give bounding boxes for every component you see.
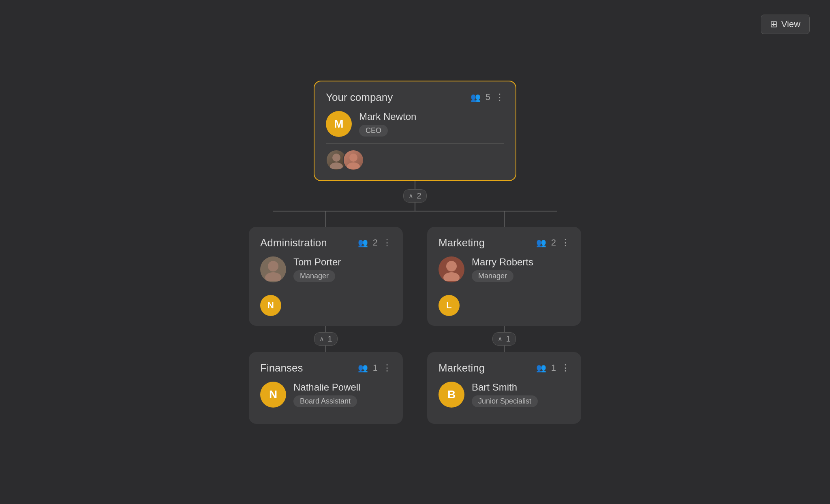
bart-avatar-letter: B <box>447 388 456 401</box>
nathalie-info: Nathalie Powell Board Assistant <box>293 382 360 407</box>
marketing-menu-icon[interactable]: ⋮ <box>561 237 570 248</box>
level1-row: Administration 👥 2 ⋮ Tom Porter <box>249 211 581 326</box>
people-icon: 👥 <box>471 92 481 102</box>
marketing-collapse-btn[interactable]: ∧ 1 <box>492 332 516 346</box>
finanses-title: Finanses <box>260 362 303 374</box>
root-person-info: Mark Newton CEO <box>359 111 416 137</box>
admin-header: Administration 👥 2 ⋮ <box>260 237 391 249</box>
marketing-top-line <box>504 211 505 227</box>
root-collapse-count: 2 <box>417 191 421 201</box>
marketing2-menu-icon[interactable]: ⋮ <box>561 363 570 373</box>
root-avatar-letter: M <box>334 117 343 130</box>
root-meta: 👥 5 ⋮ <box>471 92 504 103</box>
tom-info: Tom Porter Manager <box>293 256 341 282</box>
marketing-collapse-vert-top <box>504 326 505 332</box>
tom-role: Manager <box>293 270 335 282</box>
marketing-divider <box>439 289 570 289</box>
view-label: View <box>781 19 800 30</box>
bart-name: Bart Smith <box>472 382 538 393</box>
marketing2-meta: 👥 1 ⋮ <box>536 363 570 373</box>
marketing-header: Marketing 👥 2 ⋮ <box>439 237 570 249</box>
admin-person-row: Tom Porter Manager <box>260 256 391 282</box>
root-person-role: CEO <box>359 125 388 137</box>
marketing2-count: 1 <box>551 363 556 373</box>
root-person-row: M Mark Newton CEO <box>326 111 504 137</box>
svg-point-2 <box>349 154 357 162</box>
root-divider <box>326 143 504 144</box>
org-chart: Your company 👥 5 ⋮ M Mark Newton CEO <box>249 81 581 424</box>
finanses-menu-icon[interactable]: ⋮ <box>383 363 391 373</box>
marketing-title: Marketing <box>439 237 485 249</box>
marry-info: Marry Roberts Manager <box>472 256 533 282</box>
view-icon: ⊞ <box>770 19 777 30</box>
root-avatar: M <box>326 111 352 137</box>
nathalie-role: Board Assistant <box>293 395 357 407</box>
level1-h-line <box>273 211 557 211</box>
admin-sub-avatar-n: N <box>260 295 281 316</box>
marketing-count: 2 <box>551 237 556 248</box>
admin-menu-icon[interactable]: ⋮ <box>383 237 391 248</box>
root-chevron-icon: ∧ <box>409 192 413 200</box>
level2-row: Finanses 👥 1 ⋮ N Nathalie Powell Board A… <box>249 352 581 424</box>
marketing-card: Marketing 👥 2 ⋮ Marry Roberts <box>427 227 581 326</box>
svg-point-0 <box>332 154 340 162</box>
finanses-header: Finanses 👥 1 ⋮ <box>260 362 391 374</box>
tom-name: Tom Porter <box>293 256 341 268</box>
marketing-chevron-icon: ∧ <box>498 335 503 343</box>
admin-collapse-vert-bottom <box>325 346 326 352</box>
administration-col: Administration 👥 2 ⋮ Tom Porter <box>249 211 403 326</box>
bart-info: Bart Smith Junior Specialist <box>472 382 538 407</box>
marry-name: Marry Roberts <box>472 256 533 268</box>
admin-collapse-connector: ∧ 1 <box>249 326 403 352</box>
root-sub-avatars <box>326 149 504 171</box>
tom-avatar <box>260 256 286 282</box>
sub-avatar-2 <box>343 149 364 171</box>
svg-point-3 <box>347 162 360 169</box>
svg-point-1 <box>330 162 343 169</box>
marketing-person-row: Marry Roberts Manager <box>439 256 570 282</box>
admin-chevron-icon: ∧ <box>319 335 324 343</box>
root-card-header: Your company 👥 5 ⋮ <box>326 91 504 104</box>
admin-collapse-count: 1 <box>327 334 332 344</box>
svg-point-4 <box>268 261 278 271</box>
admin-top-line <box>325 211 326 227</box>
view-button[interactable]: ⊞ View <box>761 15 810 34</box>
admin-collapse-vert-top <box>325 326 326 332</box>
marketing-collapse-count: 1 <box>506 334 510 344</box>
root-person-name: Mark Newton <box>359 111 416 122</box>
nathalie-avatar: N <box>260 382 286 408</box>
bart-avatar: B <box>439 382 464 408</box>
marketing-col: Marketing 👥 2 ⋮ Marry Roberts <box>427 211 581 326</box>
root-vert-line-top <box>415 181 415 189</box>
nathalie-avatar-letter: N <box>269 388 277 401</box>
finanses-count: 1 <box>373 363 378 373</box>
root-card: Your company 👥 5 ⋮ M Mark Newton CEO <box>314 81 516 181</box>
admin-meta: 👥 2 ⋮ <box>358 237 391 248</box>
svg-point-6 <box>446 261 457 271</box>
admin-divider <box>260 289 391 289</box>
level1-branch: Administration 👥 2 ⋮ Tom Porter <box>249 211 581 326</box>
marketing2-header: Marketing 👥 1 ⋮ <box>439 362 570 374</box>
admin-collapse-btn[interactable]: ∧ 1 <box>314 332 337 346</box>
marketing2-title: Marketing <box>439 362 485 374</box>
root-menu-icon[interactable]: ⋮ <box>495 92 504 103</box>
marketing2-people-icon: 👥 <box>536 363 546 373</box>
bart-role: Junior Specialist <box>472 395 538 407</box>
root-vert-line-bottom <box>415 203 415 211</box>
administration-card: Administration 👥 2 ⋮ Tom Porter <box>249 227 403 326</box>
root-collapse-btn[interactable]: ∧ 2 <box>403 189 426 203</box>
admin-people-icon: 👥 <box>358 238 368 248</box>
svg-point-5 <box>265 272 281 281</box>
level1-collapse-row: ∧ 1 ∧ 1 <box>249 326 581 352</box>
root-title: Your company <box>326 91 393 104</box>
root-to-level1-connector: ∧ 2 <box>403 181 426 211</box>
marketing-sub-avatar-l: L <box>439 295 460 316</box>
marketing-collapse-vert-bottom <box>504 346 505 352</box>
admin-title: Administration <box>260 237 327 249</box>
marketing-meta: 👥 2 ⋮ <box>536 237 570 248</box>
finanses-person-row: N Nathalie Powell Board Assistant <box>260 382 391 408</box>
marketing-collapse-connector: ∧ 1 <box>427 326 581 352</box>
svg-point-7 <box>443 272 460 281</box>
finanses-card: Finanses 👥 1 ⋮ N Nathalie Powell Board A… <box>249 352 403 424</box>
nathalie-name: Nathalie Powell <box>293 382 360 393</box>
